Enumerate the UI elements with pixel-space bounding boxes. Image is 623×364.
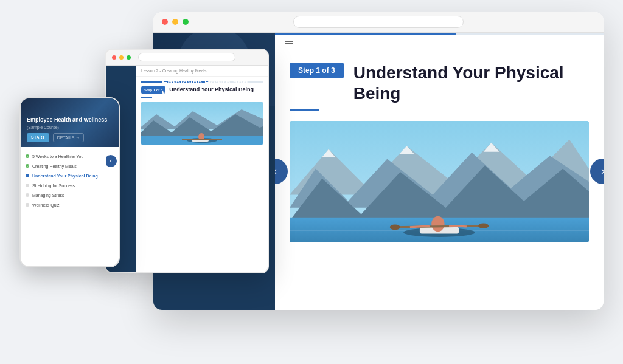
hamburger-line-1 bbox=[285, 39, 293, 40]
prev-arrow-icon: ‹ bbox=[275, 165, 277, 177]
svg-point-15 bbox=[478, 224, 489, 229]
mobile-course-title: Employee Health and Wellness bbox=[27, 117, 113, 124]
browser-main-body: Step 1 of 3 Understand Your Physical Bei… bbox=[275, 50, 604, 310]
main-course-image bbox=[290, 121, 589, 242]
svg-line-25 bbox=[182, 139, 222, 140]
mobile-course-subtitle: (Sample Course) bbox=[27, 125, 113, 129]
mobile-device: Employee Health and Wellness (Sample Cou… bbox=[19, 97, 120, 267]
step-badge: Step 1 of 3 bbox=[290, 63, 344, 78]
svg-line-13 bbox=[394, 226, 485, 227]
sidebar-course-title: Employee Health and Wellness bbox=[162, 77, 266, 99]
hamburger-line-3 bbox=[285, 43, 293, 44]
mobile-nav-item-1[interactable]: ✓ 5 Weeks to a Healthier You bbox=[26, 153, 114, 160]
mobile-nav-label-4: Stretching for Success bbox=[32, 184, 75, 188]
step-badge-row: Step 1 of 3 Understand Your Physical Bei… bbox=[290, 63, 589, 103]
top-progress-line bbox=[275, 33, 604, 35]
browser-dot-green[interactable] bbox=[183, 19, 189, 25]
top-progress-fill bbox=[275, 33, 456, 35]
mobile-start-button[interactable]: START bbox=[27, 133, 49, 142]
main-heading: Understand Your Physical Being bbox=[353, 63, 589, 103]
heading-underline bbox=[290, 109, 319, 111]
mobile-nav-item-2[interactable]: ✓ Creating Healthy Meals bbox=[26, 163, 114, 170]
mobile-details-button[interactable]: DETAILS → bbox=[53, 133, 85, 142]
mobile-nav-label-3: Understand Your Physical Being bbox=[32, 174, 98, 178]
browser-dot-yellow[interactable] bbox=[172, 19, 178, 25]
tablet-underline bbox=[141, 97, 152, 98]
svg-point-12 bbox=[431, 216, 444, 232]
mobile-nav-label-1: 5 Weeks to a Healthier You bbox=[32, 154, 83, 159]
tablet-address-bar[interactable] bbox=[138, 53, 235, 61]
sidebar-title-area: Employee Health and Wellness bbox=[153, 71, 275, 105]
svg-point-14 bbox=[390, 225, 400, 230]
browser-main-header bbox=[275, 33, 604, 51]
next-arrow-icon: › bbox=[601, 165, 604, 177]
mobile-nav-label-5: Managing Stress bbox=[32, 193, 64, 197]
mobile-nav-label-6: Wellness Quiz bbox=[32, 203, 60, 207]
mobile-nav-check-2: ✓ bbox=[26, 164, 29, 168]
mobile-cta-row: START DETAILS → bbox=[27, 133, 113, 142]
mobile-nav-dot-active-3 bbox=[26, 174, 29, 177]
tablet-dot-green[interactable] bbox=[127, 55, 131, 60]
mobile-nav-item-4[interactable]: Stretching for Success bbox=[26, 182, 114, 189]
mobile-nav-item-5[interactable]: Managing Stress bbox=[26, 192, 114, 199]
browser-chrome bbox=[153, 12, 604, 33]
mobile-nav-item-6[interactable]: Wellness Quiz bbox=[26, 202, 114, 208]
hamburger-icon[interactable] bbox=[285, 39, 293, 44]
tablet-main-body: Step 1 of 3 Understand Your Physical Bei… bbox=[136, 77, 268, 272]
tablet-course-image bbox=[141, 102, 263, 145]
mobile-nav-dot-4 bbox=[26, 184, 29, 187]
tablet-dot-red[interactable] bbox=[112, 55, 116, 60]
hamburger-line-2 bbox=[285, 41, 293, 42]
scene: Employee Health and Wellness 0% COMPLETE… bbox=[19, 12, 604, 352]
mobile-nav-dot-6 bbox=[26, 203, 29, 207]
tablet-dot-yellow[interactable] bbox=[119, 55, 124, 60]
mobile-nav-item-3[interactable]: Understand Your Physical Being bbox=[26, 173, 114, 179]
mobile-nav-list: ✓ 5 Weeks to a Healthier You ✓ Creating … bbox=[26, 153, 114, 208]
mobile-nav-dot-5 bbox=[26, 193, 29, 197]
mobile-header: Employee Health and Wellness (Sample Cou… bbox=[21, 98, 119, 147]
browser-main: Step 1 of 3 Understand Your Physical Bei… bbox=[275, 33, 604, 310]
svg-line-16 bbox=[410, 226, 430, 227]
tablet-chrome bbox=[106, 50, 268, 66]
mobile-nav-check-1: ✓ bbox=[26, 154, 29, 158]
mobile-body: ✓ 5 Weeks to a Healthier You ✓ Creating … bbox=[21, 147, 119, 212]
browser-dot-red[interactable] bbox=[162, 19, 168, 25]
mobile-nav-label-2: Creating Healthy Meals bbox=[32, 164, 77, 168]
svg-line-17 bbox=[449, 226, 467, 227]
browser-address-bar[interactable] bbox=[293, 16, 464, 28]
